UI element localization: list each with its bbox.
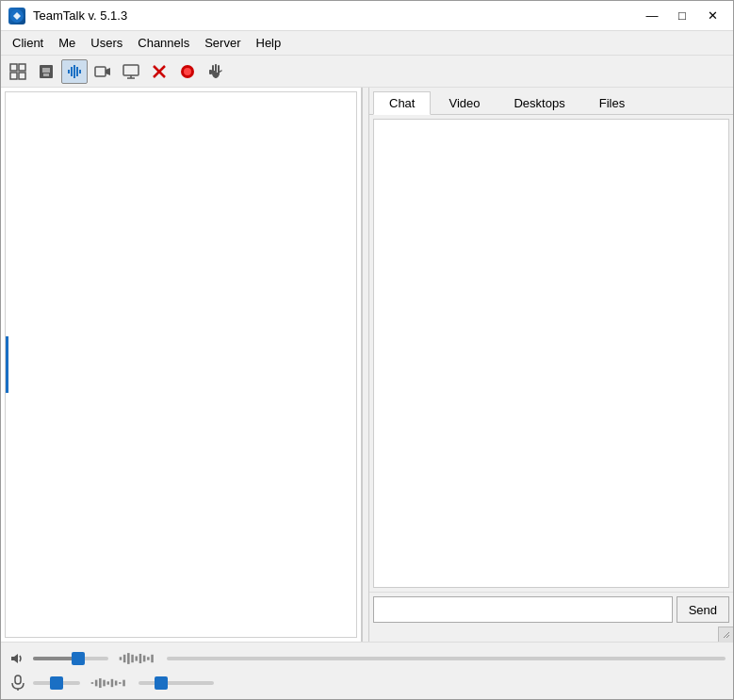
hand-icon xyxy=(207,63,224,80)
resize-icon xyxy=(722,630,731,640)
svg-rect-3 xyxy=(10,73,17,79)
svg-rect-34 xyxy=(143,656,146,662)
svg-rect-30 xyxy=(127,653,130,664)
svg-rect-2 xyxy=(19,64,25,71)
menu-bar: Client Me Users Channels Server Help xyxy=(1,31,733,56)
svg-rect-8 xyxy=(68,70,70,73)
svg-rect-39 xyxy=(91,682,94,684)
minimize-button[interactable]: — xyxy=(639,6,665,26)
svg-rect-10 xyxy=(73,65,75,78)
voice-icon xyxy=(66,63,83,80)
bottom-controls xyxy=(1,642,733,699)
right-panel: Chat Video Desktops Files Send xyxy=(369,88,733,642)
volume-slider-left[interactable] xyxy=(33,657,108,660)
tab-files[interactable]: Files xyxy=(583,91,641,114)
svg-line-27 xyxy=(726,635,729,638)
svg-point-21 xyxy=(184,68,191,75)
desktop-button[interactable] xyxy=(118,59,144,84)
svg-rect-13 xyxy=(95,67,106,76)
svg-line-26 xyxy=(724,632,729,638)
mic-thumb-left[interactable] xyxy=(50,676,63,690)
video-icon xyxy=(94,63,111,80)
voice-button[interactable] xyxy=(61,59,88,84)
volume-row xyxy=(8,646,726,671)
svg-rect-37 xyxy=(15,676,21,684)
svg-rect-28 xyxy=(120,657,122,659)
svg-rect-12 xyxy=(79,70,81,73)
stop-button[interactable] xyxy=(146,59,172,84)
window-controls: — □ ✕ xyxy=(639,6,726,26)
mic-waveform xyxy=(86,674,133,692)
connect-icon xyxy=(38,63,55,80)
maximize-button[interactable]: □ xyxy=(669,6,695,26)
hand-button[interactable] xyxy=(203,59,229,84)
record-icon xyxy=(179,63,196,80)
preferences-button[interactable] xyxy=(5,59,31,84)
svg-rect-23 xyxy=(215,64,217,73)
svg-rect-32 xyxy=(135,656,138,660)
svg-rect-44 xyxy=(111,679,114,687)
svg-rect-35 xyxy=(147,657,150,659)
svg-rect-36 xyxy=(151,655,154,662)
volume-icon xyxy=(8,649,27,668)
svg-rect-9 xyxy=(71,67,73,76)
svg-rect-41 xyxy=(99,678,102,688)
volume-thumb[interactable] xyxy=(72,652,85,665)
menu-users[interactable]: Users xyxy=(83,31,130,55)
preferences-icon xyxy=(9,63,26,80)
volume-waveform xyxy=(114,649,161,668)
mic-slider-left[interactable] xyxy=(33,681,80,685)
chat-input-area: Send xyxy=(369,592,733,627)
svg-rect-1 xyxy=(10,64,17,71)
svg-rect-33 xyxy=(139,654,142,663)
mic-slider-right[interactable] xyxy=(139,681,214,685)
connect-button[interactable] xyxy=(33,59,59,84)
status-area xyxy=(369,627,733,642)
svg-rect-6 xyxy=(42,68,50,73)
stop-icon xyxy=(151,63,168,80)
toolbar xyxy=(1,56,733,88)
app-icon xyxy=(8,8,25,24)
left-panel xyxy=(1,88,362,642)
menu-channels[interactable]: Channels xyxy=(130,31,197,55)
tab-desktops[interactable]: Desktops xyxy=(497,91,580,114)
svg-rect-25 xyxy=(209,70,212,74)
svg-rect-29 xyxy=(123,655,126,662)
chat-input[interactable] xyxy=(373,596,673,623)
svg-rect-47 xyxy=(122,680,125,687)
tab-video[interactable]: Video xyxy=(432,91,496,114)
tab-chat[interactable]: Chat xyxy=(373,91,431,115)
menu-me[interactable]: Me xyxy=(51,31,83,55)
main-content: Chat Video Desktops Files Send xyxy=(1,88,733,642)
tab-bar: Chat Video Desktops Files xyxy=(369,88,733,115)
svg-rect-7 xyxy=(43,73,49,76)
svg-rect-43 xyxy=(106,681,109,684)
menu-client[interactable]: Client xyxy=(5,31,51,55)
scrollbar-corner xyxy=(718,627,733,642)
send-button[interactable]: Send xyxy=(677,596,729,623)
svg-rect-45 xyxy=(115,680,118,685)
svg-rect-31 xyxy=(131,655,134,662)
close-button[interactable]: ✕ xyxy=(699,6,726,26)
menu-server[interactable]: Server xyxy=(197,31,248,55)
video-button[interactable] xyxy=(90,59,116,84)
main-window: TeamTalk v. 5.1.3 — □ ✕ Client Me Users … xyxy=(0,0,734,700)
chat-area xyxy=(373,119,729,588)
svg-rect-4 xyxy=(19,73,25,79)
resize-handle[interactable] xyxy=(362,88,369,642)
title-bar: TeamTalk v. 5.1.3 — □ ✕ xyxy=(1,1,733,31)
mic-icon xyxy=(8,674,27,692)
desktop-icon xyxy=(122,63,139,80)
svg-rect-15 xyxy=(123,65,139,75)
svg-rect-46 xyxy=(119,682,122,684)
volume-slider-right[interactable] xyxy=(167,657,726,660)
menu-help[interactable]: Help xyxy=(249,31,289,55)
mic-thumb-right[interactable] xyxy=(155,676,168,690)
channel-tree[interactable] xyxy=(5,91,357,638)
record-button[interactable] xyxy=(174,59,201,84)
svg-rect-11 xyxy=(76,67,78,76)
title-bar-left: TeamTalk v. 5.1.3 xyxy=(8,8,127,24)
svg-rect-42 xyxy=(103,680,106,687)
svg-rect-40 xyxy=(95,680,98,687)
active-indicator xyxy=(6,336,8,393)
